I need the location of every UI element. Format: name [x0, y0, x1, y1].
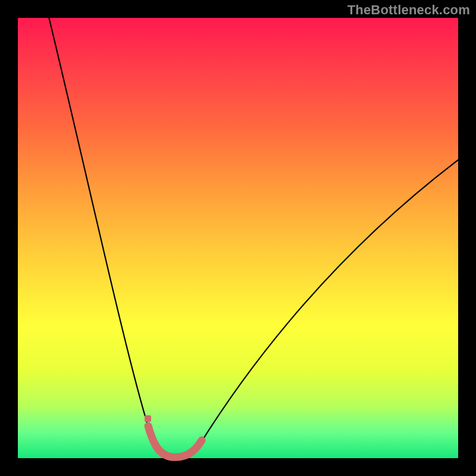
chart-plot-area [18, 18, 458, 458]
bottom-highlight [148, 426, 202, 457]
highlight-dot [145, 415, 151, 422]
bottleneck-curve [48, 12, 461, 458]
watermark-label: TheBottleneck.com [347, 2, 470, 18]
chart-svg [18, 18, 458, 458]
